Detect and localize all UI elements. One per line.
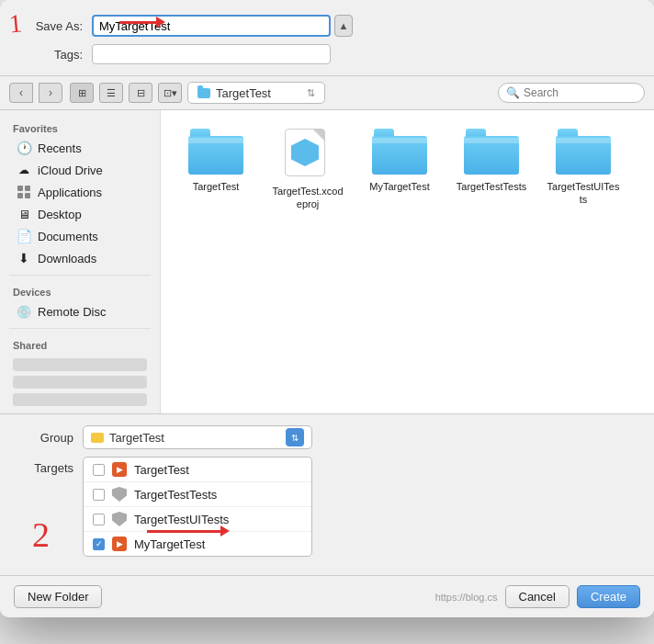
search-icon: 🔍 xyxy=(506,86,520,99)
forward-icon: › xyxy=(49,86,52,99)
svg-rect-0 xyxy=(17,186,23,191)
view-coverflow-button[interactable]: ⊡▾ xyxy=(158,83,182,103)
view-columns-icon: ⊟ xyxy=(137,87,145,99)
annotation-arrow-2 xyxy=(147,525,230,537)
view-list-icon: ☰ xyxy=(107,87,116,99)
sidebar-item-documents[interactable]: 📄 Documents xyxy=(4,225,156,247)
svg-rect-1 xyxy=(25,186,30,191)
view-list-button[interactable]: ☰ xyxy=(99,83,123,103)
location-picker[interactable]: TargetTest ⇅ xyxy=(187,82,325,104)
group-dropdown[interactable]: TargetTest ⇅ xyxy=(83,425,312,449)
file-area: TargetTest TargetTest.xcodeproj xyxy=(161,110,654,413)
search-input[interactable] xyxy=(524,86,634,99)
annotation-arrow-1 xyxy=(119,17,165,28)
target-name-targettesttests: TargetTestTests xyxy=(134,488,217,502)
file-item-targetttest[interactable]: TargetTest xyxy=(175,124,257,216)
file-item-xcodeproj[interactable]: TargetTest.xcodeproj xyxy=(266,124,349,216)
desktop-icon: 🖥 xyxy=(17,207,31,221)
group-label: Group xyxy=(18,431,73,445)
location-text: TargetTest xyxy=(216,86,271,100)
sidebar-item-remote-disc-label: Remote Disc xyxy=(38,305,106,319)
view-columns-button[interactable]: ⊟ xyxy=(129,83,152,103)
back-button[interactable]: ‹ xyxy=(9,83,33,103)
forward-button[interactable]: › xyxy=(39,83,62,103)
target-row-targettesttests: TargetTestTests xyxy=(84,482,311,507)
group-folder-icon xyxy=(91,433,104,443)
sidebar-item-icloud[interactable]: ☁ iCloud Drive xyxy=(4,159,156,181)
svg-rect-2 xyxy=(17,193,23,198)
tags-label: Tags: xyxy=(18,48,92,62)
icloud-icon: ☁ xyxy=(17,163,31,177)
group-row: Group TargetTest ⇅ xyxy=(18,425,636,449)
file-name-mytargettest: MyTargetTest xyxy=(369,180,429,193)
target-checkbox-mytargettest[interactable] xyxy=(93,538,105,550)
file-name-xcodeproj: TargetTest.xcodeproj xyxy=(271,185,344,211)
target-shield-icon-targettestuitests xyxy=(112,512,127,526)
sidebar-item-recents[interactable]: 🕐 Recents xyxy=(4,137,156,159)
annotation-number-2: 2 xyxy=(32,514,50,555)
location-folder-icon xyxy=(197,88,210,98)
target-checkbox-targettesttests[interactable] xyxy=(93,489,105,501)
file-item-targettesttests[interactable]: TargetTestTests xyxy=(450,124,533,216)
search-box[interactable]: 🔍 xyxy=(498,83,645,103)
sidebar-item-desktop-label: Desktop xyxy=(38,208,82,221)
footer: New Folder https://blog.cs Cancel Create xyxy=(0,575,654,617)
sidebar-item-applications-label: Applications xyxy=(38,186,102,199)
sidebar-item-remote-disc[interactable]: 💿 Remote Disc xyxy=(4,300,156,322)
sidebar-item-recents-label: Recents xyxy=(38,141,82,155)
save-as-section: Save As: ▲ Tags: xyxy=(0,0,654,76)
back-icon: ‹ xyxy=(19,86,23,99)
sidebar-item-downloads[interactable]: ⬇ Downloads xyxy=(4,247,156,269)
target-app-icon-targetttest: ▶ xyxy=(112,462,127,477)
cancel-button[interactable]: Cancel xyxy=(505,585,569,608)
sidebar-item-applications[interactable]: Applications xyxy=(4,181,156,203)
devices-section-title: Devices xyxy=(0,281,160,300)
save-as-expand-button[interactable]: ▲ xyxy=(334,15,353,37)
footer-right: https://blog.cs Cancel Create xyxy=(435,585,640,608)
folder-icon-2 xyxy=(372,129,427,175)
target-row-targetttest: ▶ TargetTest xyxy=(84,458,311,482)
remote-disc-icon: 💿 xyxy=(17,304,31,319)
shared-section-title: Shared xyxy=(0,334,160,354)
target-app-icon-mytargettest: ▶ xyxy=(112,537,127,551)
xcodeproj-icon xyxy=(285,129,331,179)
svg-rect-3 xyxy=(25,193,30,198)
new-folder-button[interactable]: New Folder xyxy=(14,585,102,608)
target-name-targetttest: TargetTest xyxy=(134,463,189,477)
targets-label: Targets xyxy=(18,457,73,475)
favorites-section-title: Favorites xyxy=(0,118,160,137)
folder-icon-4 xyxy=(556,129,611,175)
folder-icon xyxy=(188,129,243,175)
file-item-mytargettest[interactable]: MyTargetTest xyxy=(358,124,441,216)
shared-item-3[interactable] xyxy=(13,393,147,406)
sidebar-item-documents-label: Documents xyxy=(38,230,98,243)
file-name: TargetTest xyxy=(193,180,240,193)
file-name-targettestuitests: TargetTestUITests xyxy=(547,180,620,207)
shared-item-1[interactable] xyxy=(13,358,147,371)
recents-icon: 🕐 xyxy=(17,141,31,155)
target-shield-icon-targettesttests xyxy=(112,487,127,502)
target-checkbox-targettestuitests[interactable] xyxy=(93,514,105,525)
targets-row: Targets ▶ TargetTest TargetTestTests xyxy=(18,457,636,557)
toolbar: ‹ › ⊞ ☰ ⊟ ⊡▾ TargetTest ⇅ 🔍 xyxy=(0,76,654,110)
target-checkbox-targetttest[interactable] xyxy=(93,464,105,476)
create-button[interactable]: Create xyxy=(577,585,640,608)
folder-icon-3 xyxy=(464,129,519,175)
documents-icon: 📄 xyxy=(17,229,31,243)
options-panel: Group TargetTest ⇅ Targets ▶ TargetTest xyxy=(0,413,654,575)
location-arrows-icon: ⇅ xyxy=(307,87,315,99)
file-item-targettestuitests[interactable]: TargetTestUITests xyxy=(542,124,625,216)
view-coverflow-icon: ⊡▾ xyxy=(164,87,177,99)
group-dropdown-text: TargetTest xyxy=(109,431,280,445)
tags-input[interactable] xyxy=(92,44,331,64)
view-icons-button[interactable]: ⊞ xyxy=(70,83,94,103)
sidebar-separator-1 xyxy=(9,275,151,276)
sidebar-item-desktop[interactable]: 🖥 Desktop xyxy=(4,203,156,225)
main-area: Favorites 🕐 Recents ☁ iCloud Drive xyxy=(0,110,654,413)
sidebar-item-downloads-label: Downloads xyxy=(38,252,96,266)
target-name-targettestuitests: TargetTestUITests xyxy=(134,513,229,526)
shared-item-2[interactable] xyxy=(13,376,147,389)
applications-icon xyxy=(17,185,31,199)
view-icons-icon: ⊞ xyxy=(78,87,86,99)
file-name-targettesttests: TargetTestTests xyxy=(457,180,526,193)
